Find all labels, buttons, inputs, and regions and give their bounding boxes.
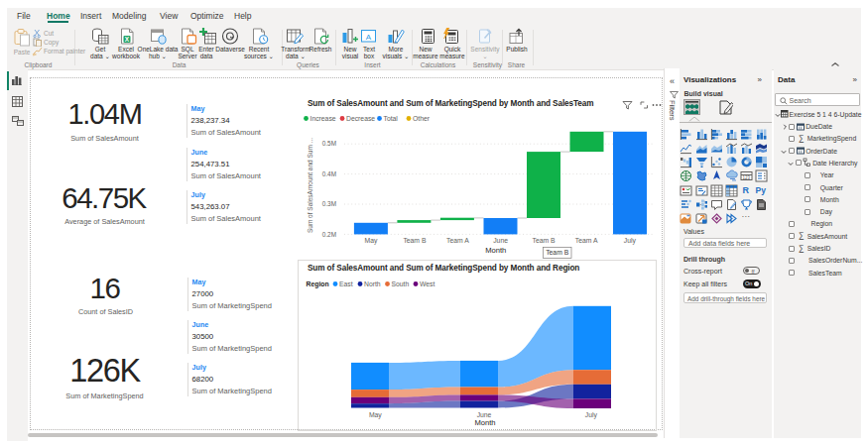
svg-text:Team B: Team B [533,237,557,244]
svg-text:West: West [420,280,434,287]
svg-text:July: July [585,411,598,419]
svg-text:Team B: Team B [546,249,569,256]
svg-text:Sum of SalesAmount and Sum of: Sum of SalesAmount and Sum of MarketingS… [308,99,593,108]
svg-text:A: A [366,33,372,42]
svg-text:June: June [477,411,492,418]
svg-text:Decrease: Decrease [346,115,375,122]
svg-text:North: North [364,280,381,287]
svg-text:0.3M: 0.3M [322,200,336,207]
svg-text:Total: Total [384,115,399,122]
svg-text:X: X [125,36,130,43]
svg-text:July: July [624,237,637,245]
svg-text:Region: Region [307,280,329,288]
svg-text:June: June [493,237,508,244]
svg-text:0.2M: 0.2M [322,231,336,238]
svg-text:May: May [364,237,377,245]
svg-text:May: May [369,411,382,419]
svg-text:0.5M: 0.5M [322,140,336,147]
svg-text:Team B: Team B [403,237,427,244]
svg-text:Other: Other [413,115,431,122]
svg-text:Sum of SalesAmount and Sum of: Sum of SalesAmount and Sum of MarketingS… [308,264,579,273]
svg-text:Team A: Team A [446,237,469,244]
svg-text:Month: Month [474,418,495,427]
svg-text:East: East [339,280,353,287]
svg-text:Month: Month [485,246,506,255]
svg-text:Team A: Team A [575,237,598,244]
svg-text:0.4M: 0.4M [322,170,336,177]
svg-text:Increase: Increase [310,115,336,122]
svg-text:Sum of SalesAmount and Sum ...: Sum of SalesAmount and Sum ... [307,138,313,233]
svg-text:123: 123 [743,175,751,180]
svg-text:South: South [392,280,410,287]
